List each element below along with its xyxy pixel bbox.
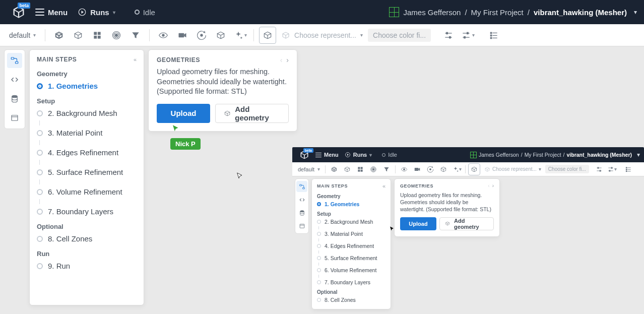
breadcrumb[interactable]: James Gefferson / My First Project / vib…: [470, 151, 640, 158]
step-section-label: Geometry: [312, 191, 391, 200]
cube-icon: [281, 31, 290, 40]
box-view-button[interactable]: [437, 163, 449, 175]
step-label: 4. Edges Refinement: [48, 148, 118, 157]
scope-selector[interactable]: default ▾: [5, 29, 40, 41]
view-wire-button[interactable]: [328, 163, 340, 175]
geo-prev-button[interactable]: ‹: [488, 183, 489, 189]
list-button[interactable]: [622, 163, 634, 175]
runs-button[interactable]: Runs ▾: [73, 5, 120, 20]
effects-button[interactable]: ▾: [231, 27, 248, 44]
rail-code-button[interactable]: [7, 72, 22, 87]
svg-marker-31: [605, 231, 644, 313]
step-item[interactable]: 8. Cell Zones: [312, 295, 391, 304]
selection-mode-button[interactable]: [468, 163, 480, 175]
step-item[interactable]: 1. Geometries: [30, 79, 144, 93]
step-section-label: Geometry: [30, 66, 144, 79]
window-icon: [10, 113, 19, 122]
chevron-down-icon: ▾: [369, 152, 372, 158]
view-grid-button[interactable]: [354, 163, 366, 175]
rail-data-button[interactable]: [7, 91, 22, 106]
viewport[interactable]: MAIN STEPS « Geometry1. GeometriesSetup2…: [0, 46, 644, 314]
view-wire-button[interactable]: [50, 27, 68, 44]
step-item[interactable]: 5. Surface Refinement: [312, 254, 391, 263]
menu-button[interactable]: Menu: [312, 150, 342, 159]
step-item[interactable]: 1. Geometries: [312, 200, 391, 209]
view-waves-button[interactable]: [108, 27, 125, 44]
app-logo[interactable]: beta: [296, 147, 312, 162]
step-dot-icon: [317, 244, 321, 248]
rail-workflow-button[interactable]: [296, 181, 307, 192]
step-item[interactable]: 5. Surface Refinement: [30, 165, 144, 179]
svg-marker-27: [282, 46, 504, 127]
range-a-button[interactable]: [440, 27, 457, 44]
color-field-select[interactable]: Choose color fi...: [368, 29, 431, 42]
view-solid-button[interactable]: [341, 163, 353, 175]
step-item[interactable]: 3. Material Point: [30, 125, 144, 140]
step-item[interactable]: 2. Background Mesh: [312, 217, 391, 226]
breadcrumb-project: My First Project: [471, 8, 524, 17]
grid-icon: [92, 30, 102, 40]
filter-button[interactable]: [380, 163, 393, 175]
visibility-button[interactable]: [398, 163, 410, 175]
camera-button[interactable]: [411, 163, 423, 175]
step-label: 9. Run: [48, 262, 70, 270]
orbit-button[interactable]: [424, 163, 436, 175]
range-b-button[interactable]: ▾: [606, 163, 618, 175]
view-solid-button[interactable]: [70, 27, 87, 44]
step-item[interactable]: 6. Volume Refinement: [312, 266, 391, 275]
rail-data-button[interactable]: [296, 207, 307, 218]
geo-prev-button[interactable]: ‹: [280, 56, 283, 64]
range-a-button[interactable]: [593, 163, 605, 175]
step-label: 6. Volume Refinement: [325, 267, 376, 273]
list-icon: [489, 30, 499, 40]
app-logo[interactable]: beta: [7, 1, 30, 24]
upload-button[interactable]: Upload: [400, 217, 436, 230]
step-item[interactable]: 6. Volume Refinement: [30, 184, 144, 199]
range-b-button[interactable]: ▾: [459, 27, 476, 44]
collapse-button[interactable]: «: [382, 183, 385, 189]
step-item[interactable]: 8. Cell Zones: [30, 231, 144, 246]
breadcrumb[interactable]: James Gefferson / My First Project / vib…: [389, 7, 637, 17]
add-geometry-button[interactable]: Add geometry: [439, 217, 494, 230]
list-button[interactable]: [485, 27, 502, 44]
add-geometry-button[interactable]: Add geometry: [215, 104, 289, 123]
step-item[interactable]: 7. Boundary Layers: [312, 278, 391, 287]
box-view-button[interactable]: [212, 27, 229, 44]
collapse-button[interactable]: «: [134, 56, 137, 62]
geo-next-button[interactable]: ›: [492, 183, 494, 189]
runs-button[interactable]: Runs ▾: [342, 150, 375, 159]
scope-selector[interactable]: default▾: [295, 165, 323, 173]
rail-window-button[interactable]: [7, 110, 22, 125]
step-item[interactable]: 9. Run: [30, 259, 144, 273]
representation-select[interactable]: Choose represent... ▾: [481, 166, 544, 172]
step-dot-icon: [317, 280, 321, 284]
rail-code-button[interactable]: [296, 194, 307, 205]
svg-marker-26: [282, 46, 504, 127]
geo-next-button[interactable]: ›: [286, 56, 289, 64]
color-field-select[interactable]: Choose color fi...: [545, 165, 589, 173]
play-circle-icon: [345, 152, 351, 158]
database-icon: [10, 94, 19, 103]
step-item[interactable]: 4. Edges Refinement: [312, 241, 391, 250]
step-item[interactable]: 4. Edges Refinement: [30, 145, 144, 160]
viewport[interactable]: MAIN STEPS« Geometry1. GeometriesSetup2.…: [292, 176, 644, 313]
status-idle: Idle: [379, 150, 400, 159]
idle-label: Idle: [143, 8, 155, 17]
view-waves-button[interactable]: [367, 163, 379, 175]
step-item[interactable]: 7. Boundary Layers: [30, 204, 144, 219]
representation-select[interactable]: Choose represent... ▾: [278, 31, 366, 40]
orbit-button[interactable]: [193, 27, 210, 44]
camera-button[interactable]: [174, 27, 191, 44]
step-item[interactable]: 3. Material Point: [312, 229, 391, 238]
upload-button[interactable]: Upload: [157, 104, 210, 123]
menu-button[interactable]: Menu: [30, 5, 73, 20]
step-item[interactable]: 2. Background Mesh: [30, 106, 144, 120]
chevron-down-icon: ▾: [634, 9, 637, 16]
effects-button[interactable]: ▾: [450, 163, 463, 175]
selection-mode-button[interactable]: [259, 27, 276, 44]
view-grid-button[interactable]: [89, 27, 106, 44]
rail-workflow-button[interactable]: [7, 53, 22, 68]
filter-button[interactable]: [127, 27, 144, 44]
rail-window-button[interactable]: [296, 220, 307, 231]
visibility-button[interactable]: [155, 27, 172, 44]
